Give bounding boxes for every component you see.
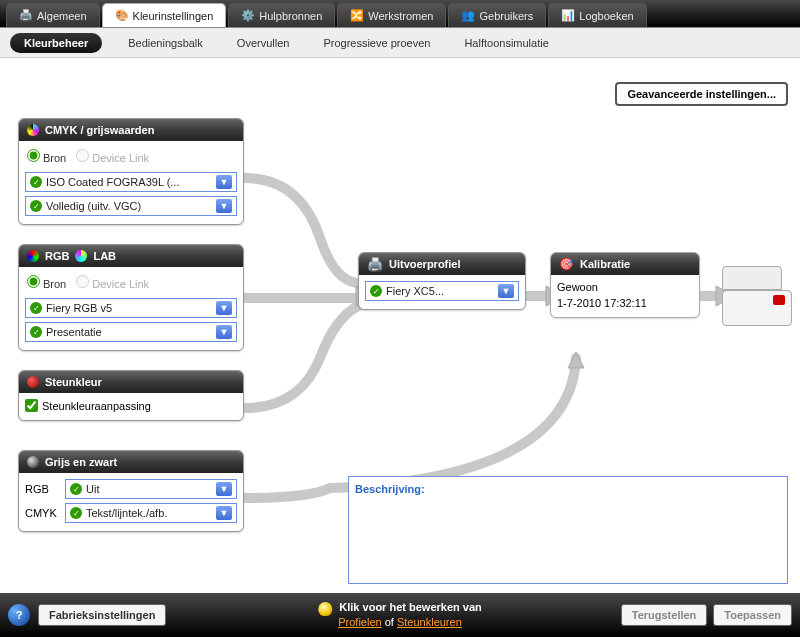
- tab-kleurinstellingen[interactable]: 🎨 Kleurinstellingen: [102, 3, 227, 27]
- chart-icon: 📊: [561, 9, 575, 23]
- calibration-timestamp: 1-7-2010 17:32:11: [557, 297, 693, 309]
- subtab-halftoon[interactable]: Halftoonsimulatie: [456, 33, 556, 53]
- panel-title: Grijs en zwart: [45, 456, 117, 468]
- rgb-profile-select[interactable]: ✓Fiery RGB v5 ▼: [25, 298, 237, 318]
- gear-icon: ⚙️: [241, 9, 255, 23]
- radio-device-link[interactable]: Device Link: [76, 275, 149, 290]
- subtab-kleurbeheer[interactable]: Kleurbeheer: [10, 33, 102, 53]
- chevron-down-icon: ▼: [216, 199, 232, 213]
- panel-header: 🎯 Kalibratie: [551, 253, 699, 275]
- panel-spot: Steunkleur Steunkleuraanpassing: [18, 370, 244, 421]
- link-steunkleuren[interactable]: Steunkleuren: [397, 616, 462, 628]
- footer-bar: ? Fabrieksinstellingen Klik voor het bew…: [0, 593, 800, 637]
- output-profile-icon: 🖨️: [367, 257, 383, 272]
- combo-text: Uit: [86, 483, 99, 495]
- checkbox-label: Steunkleuraanpassing: [42, 400, 151, 412]
- panel-title: CMYK / grijswaarden: [45, 124, 154, 136]
- panel-header: Grijs en zwart: [19, 451, 243, 473]
- apply-button[interactable]: Toepassen: [713, 604, 792, 626]
- check-icon: ✓: [70, 483, 82, 495]
- tab-logboeken[interactable]: 📊 Logboeken: [548, 3, 646, 27]
- chevron-down-icon: ▼: [216, 175, 232, 189]
- rgb-intent-select[interactable]: ✓Presentatie ▼: [25, 322, 237, 342]
- description-label: Beschrijving:: [355, 483, 425, 495]
- output-profile-select[interactable]: ✓Fiery XC5... ▼: [365, 281, 519, 301]
- radio-bron[interactable]: Bron: [27, 275, 66, 290]
- tab-label: Logboeken: [579, 10, 633, 22]
- panel-header: Steunkleur: [19, 371, 243, 393]
- subtab-bedieningsbalk[interactable]: Bedieningsbalk: [120, 33, 211, 53]
- check-icon: ✓: [30, 200, 42, 212]
- printer-icon: 🖨️: [19, 9, 33, 23]
- cmyk-icon: [27, 124, 39, 136]
- combo-text: Fiery RGB v5: [46, 302, 112, 314]
- combo-text: Fiery XC5...: [386, 285, 444, 297]
- check-icon: ✓: [30, 302, 42, 314]
- chevron-down-icon: ▼: [216, 482, 232, 496]
- svg-marker-3: [568, 352, 584, 368]
- panel-title-lab: LAB: [93, 250, 116, 262]
- combo-text: Volledig (uitv. VGC): [46, 200, 141, 212]
- gray-cmyk-select[interactable]: ✓Tekst/lijntek./afb. ▼: [65, 503, 237, 523]
- lightbulb-icon: [318, 602, 332, 616]
- tab-label: Werkstromen: [368, 10, 433, 22]
- calibration-name: Gewoon: [557, 281, 693, 293]
- gray-rgb-label: RGB: [25, 483, 59, 495]
- workflow-icon: 🔀: [350, 9, 364, 23]
- tab-gebruikers[interactable]: 👥 Gebruikers: [448, 3, 546, 27]
- printer-illustration: [722, 266, 792, 326]
- description-box: Beschrijving:: [348, 476, 788, 584]
- radio-bron[interactable]: Bron: [27, 149, 66, 164]
- rgb-source-radios: Bron Device Link: [25, 273, 237, 294]
- panel-cmyk: CMYK / grijswaarden Bron Device Link ✓IS…: [18, 118, 244, 225]
- footer-hint: Klik voor het bewerken van Profielen of …: [318, 601, 482, 628]
- spot-match-checkbox[interactable]: Steunkleuraanpassing: [25, 399, 237, 412]
- tab-werkstromen[interactable]: 🔀 Werkstromen: [337, 3, 446, 27]
- combo-text: Tekst/lijntek./afb.: [86, 507, 167, 519]
- panel-calibration: 🎯 Kalibratie Gewoon 1-7-2010 17:32:11: [550, 252, 700, 318]
- tab-label: Gebruikers: [479, 10, 533, 22]
- gray-rgb-select[interactable]: ✓Uit ▼: [65, 479, 237, 499]
- lab-icon: [75, 250, 87, 262]
- tab-label: Hulpbronnen: [259, 10, 322, 22]
- tab-hulpbronnen[interactable]: ⚙️ Hulpbronnen: [228, 3, 335, 27]
- chevron-down-icon: ▼: [216, 325, 232, 339]
- factory-defaults-button[interactable]: Fabrieksinstellingen: [38, 604, 166, 626]
- panel-header: RGB LAB: [19, 245, 243, 267]
- chevron-down-icon: ▼: [498, 284, 514, 298]
- advanced-settings-button[interactable]: Geavanceerde instellingen...: [615, 82, 788, 106]
- panel-title: Uitvoerprofiel: [389, 258, 461, 270]
- users-icon: 👥: [461, 9, 475, 23]
- chevron-down-icon: ▼: [216, 301, 232, 315]
- cmyk-intent-select[interactable]: ✓Volledig (uitv. VGC) ▼: [25, 196, 237, 216]
- help-button[interactable]: ?: [8, 604, 30, 626]
- subtab-overvullen[interactable]: Overvullen: [229, 33, 298, 53]
- color-wheel-icon: 🎨: [115, 9, 129, 23]
- subtab-progressieve[interactable]: Progressieve proeven: [315, 33, 438, 53]
- cmyk-profile-select[interactable]: ✓ISO Coated FOGRA39L (... ▼: [25, 172, 237, 192]
- reset-button[interactable]: Terugstellen: [621, 604, 708, 626]
- radio-device-link[interactable]: Device Link: [76, 149, 149, 164]
- combo-text: Presentatie: [46, 326, 102, 338]
- calibration-icon: 🎯: [559, 257, 574, 271]
- gray-cmyk-label: CMYK: [25, 507, 59, 519]
- gray-icon: [27, 456, 39, 468]
- cmyk-source-radios: Bron Device Link: [25, 147, 237, 168]
- panel-output-profile: 🖨️ Uitvoerprofiel ✓Fiery XC5... ▼: [358, 252, 526, 310]
- panel-gray-black: Grijs en zwart RGB ✓Uit ▼ CMYK ✓Tekst/li…: [18, 450, 244, 532]
- main-canvas: Geavanceerde instellingen... CMYK / grij…: [0, 58, 800, 593]
- combo-text: ISO Coated FOGRA39L (...: [46, 176, 179, 188]
- spot-icon: [27, 376, 39, 388]
- tab-label: Kleurinstellingen: [133, 10, 214, 22]
- top-tab-bar: 🖨️ Algemeen 🎨 Kleurinstellingen ⚙️ Hulpb…: [0, 0, 800, 28]
- check-icon: ✓: [30, 326, 42, 338]
- check-icon: ✓: [70, 507, 82, 519]
- hint-sep: of: [382, 616, 397, 628]
- panel-header: CMYK / grijswaarden: [19, 119, 243, 141]
- panel-header: 🖨️ Uitvoerprofiel: [359, 253, 525, 275]
- tab-algemeen[interactable]: 🖨️ Algemeen: [6, 3, 100, 27]
- link-profielen[interactable]: Profielen: [338, 616, 381, 628]
- check-icon: ✓: [370, 285, 382, 297]
- tab-label: Algemeen: [37, 10, 87, 22]
- rgb-icon: [27, 250, 39, 262]
